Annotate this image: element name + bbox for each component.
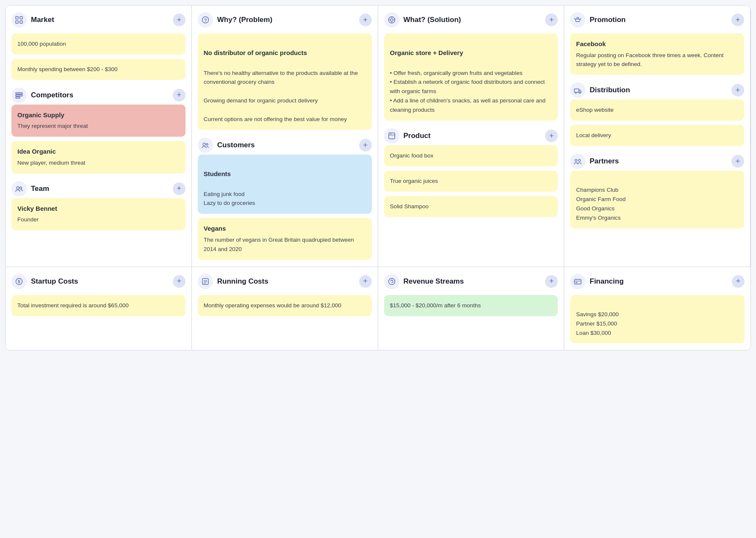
distribution-header: Distribution + [570, 83, 744, 98]
distribution-card-1: eShop website [570, 99, 744, 121]
svg-point-8 [20, 187, 22, 189]
column-why: ? Why? (Problem) + No distributor of org… [192, 6, 378, 267]
revenue-add-button[interactable]: + [545, 275, 558, 288]
svg-line-22 [574, 18, 575, 19]
column-market: Market + 100,000 population Monthly spen… [6, 6, 192, 267]
svg-point-35 [388, 278, 395, 284]
startup-header: $ Startup Costs + [11, 274, 186, 289]
financing-header: Financing + [570, 274, 745, 289]
svg-point-11 [203, 143, 205, 146]
distribution-add-button[interactable]: + [731, 84, 744, 97]
revenue-card-1: $15,000 - $20,000/m after 6 months [384, 295, 558, 316]
partners-add-button[interactable]: + [731, 155, 744, 168]
what-add-button[interactable]: + [545, 14, 558, 26]
financing-add-button[interactable]: + [732, 275, 745, 288]
running-icon [198, 274, 213, 289]
partners-title: Partners [590, 157, 619, 166]
product-title: Product [404, 132, 431, 140]
market-icon [11, 12, 27, 28]
column-what: What? (Solution) + Organic store + Deliv… [378, 6, 565, 267]
product-add-button[interactable]: + [545, 130, 558, 142]
cust-1-title: Students [204, 169, 366, 179]
svg-rect-3 [20, 21, 22, 23]
team-card-1: Vicky Bennet Founder [11, 198, 186, 230]
customers-title: Customers [217, 141, 255, 149]
competitors-add-button[interactable]: + [173, 89, 186, 102]
competitors-card-1: Organic Supply They represent major thre… [11, 105, 186, 137]
customers-add-button[interactable]: + [359, 139, 372, 152]
product-card-2: True organic juices [384, 171, 558, 192]
why-add-button[interactable]: + [359, 14, 372, 26]
why-1-title: No distributor of organic products [204, 48, 366, 58]
comp-1-title: Organic Supply [17, 110, 180, 120]
partners-card-1: Champions Club Organic Farm Food Good Or… [570, 171, 744, 229]
svg-rect-1 [20, 17, 22, 19]
svg-point-27 [575, 160, 577, 162]
why-header: ? Why? (Problem) + [198, 12, 372, 28]
promotion-card-1: Facebook Regular posting on Facebook thr… [570, 33, 744, 75]
product-card-1: Organic food box [384, 145, 558, 166]
svg-rect-5 [16, 95, 22, 96]
competitors-header: Competitors + [11, 88, 186, 103]
market-card-2: Monthly spending between $200 - $300 [11, 59, 186, 80]
column-running-costs: Running Costs + Monthly operating expens… [192, 267, 378, 350]
distribution-title: Distribution [590, 86, 630, 94]
what-header: What? (Solution) + [384, 12, 558, 28]
promo-1-title: Facebook [576, 39, 738, 49]
market-add-button[interactable]: + [173, 14, 186, 26]
running-header: Running Costs + [198, 274, 372, 289]
svg-point-12 [206, 143, 208, 145]
running-title: Running Costs [217, 277, 269, 286]
svg-point-7 [17, 187, 19, 189]
why-card-1: No distributor of organic products There… [198, 33, 372, 130]
svg-point-28 [579, 160, 581, 162]
running-card-1: Monthly operating expenses would be arou… [198, 295, 372, 316]
column-promotion: Promotion + Facebook Regular posting on … [564, 6, 750, 267]
comp-2-title: Idea Organic [17, 147, 180, 157]
business-model-canvas: Market + 100,000 population Monthly spen… [5, 5, 751, 350]
what-card-1: Organic store + Delivery • Offer fresh, … [384, 33, 558, 121]
why-title: Why? (Problem) [217, 16, 272, 24]
customers-card-2: Vegans The number of vegans in Great Bri… [198, 218, 372, 259]
market-header: Market + [11, 12, 186, 28]
revenue-header: Revenue Streams + [384, 274, 558, 289]
svg-rect-19 [389, 133, 395, 139]
product-icon [384, 128, 399, 143]
svg-rect-24 [574, 89, 579, 92]
competitors-icon [11, 88, 27, 103]
promotion-add-button[interactable]: + [731, 14, 744, 26]
problem-icon: ? [198, 12, 213, 28]
svg-text:?: ? [204, 18, 207, 23]
startup-add-button[interactable]: + [173, 275, 186, 288]
column-revenue: Revenue Streams + $15,000 - $20,000/m af… [378, 267, 565, 350]
team-1-title: Vicky Bennet [17, 204, 180, 214]
startup-card-1: Total investment required is around $65,… [11, 295, 186, 316]
market-card-1: 100,000 population [11, 33, 186, 55]
svg-text:$: $ [18, 279, 20, 284]
promotion-title: Promotion [590, 16, 626, 24]
team-title: Team [31, 185, 49, 193]
partners-icon [570, 154, 585, 169]
team-add-button[interactable]: + [173, 182, 186, 195]
startup-title: Startup Costs [31, 277, 78, 286]
financing-icon [570, 274, 585, 289]
svg-rect-40 [576, 282, 577, 283]
svg-line-23 [580, 18, 581, 19]
column-startup-costs: $ Startup Costs + Total investment requi… [6, 267, 192, 350]
distribution-card-2: Local delivery [570, 125, 744, 146]
competitors-card-2: Idea Organic New player, medium threat [11, 141, 186, 173]
promotion-header: Promotion + [570, 12, 744, 28]
what-1-title: Organic store + Delivery [390, 48, 552, 58]
team-header: Team + [11, 181, 186, 196]
revenue-icon [384, 274, 399, 289]
market-title: Market [31, 16, 54, 24]
product-header: Product + [384, 128, 558, 143]
running-add-button[interactable]: + [359, 275, 372, 288]
svg-point-26 [579, 92, 581, 94]
svg-rect-4 [16, 93, 22, 94]
startup-icon: $ [11, 274, 27, 289]
partners-header: Partners + [570, 154, 744, 169]
customers-card-1: Students Eating junk food Lazy to do gro… [198, 155, 372, 214]
svg-point-25 [575, 92, 576, 94]
financing-card-1: Savings $20,000 Partner $15,000 Loan $30… [570, 295, 745, 344]
